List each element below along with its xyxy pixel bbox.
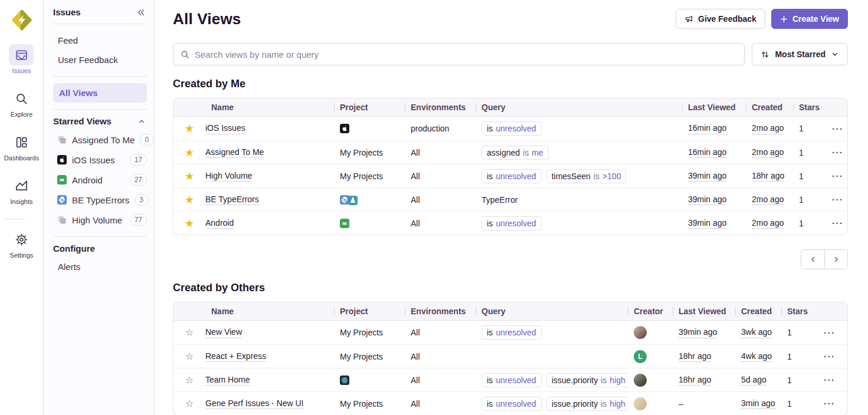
give-feedback-button[interactable]: Give Feedback xyxy=(676,9,765,29)
rail-item-explore[interactable]: Explore xyxy=(4,88,39,118)
created-value: 2mo ago xyxy=(752,147,784,158)
sort-dropdown[interactable]: Most Starred xyxy=(752,43,848,65)
view-name-link[interactable]: Android xyxy=(205,218,234,229)
row-menu-button[interactable]: ··· xyxy=(824,375,836,385)
issue-count-badge: 17 xyxy=(130,154,147,166)
star-icon[interactable]: ☆ xyxy=(185,376,194,385)
row-menu-button[interactable]: ··· xyxy=(832,171,844,181)
collapse-sidebar-icon[interactable] xyxy=(136,8,146,17)
project-name: My Projects xyxy=(340,148,383,157)
starred-view-be-typeerrors[interactable]: BE TypeErrors3 xyxy=(53,190,147,210)
view-name-link[interactable]: iOS Issues xyxy=(205,123,245,134)
stars-count: 1 xyxy=(793,124,826,133)
column-header-created: Created xyxy=(746,103,793,112)
next-page-button[interactable] xyxy=(824,250,847,269)
generic-project-icon xyxy=(57,215,67,225)
rail-item-dashboards[interactable]: Dashboards xyxy=(4,131,39,162)
search-input[interactable] xyxy=(195,50,737,60)
sentry-logo[interactable] xyxy=(9,8,34,32)
starred-view-ios-issues[interactable]: iOS Issues17 xyxy=(53,150,147,170)
sidebar-item-user-feedback[interactable]: User Feedback xyxy=(53,50,147,70)
android-project-icon xyxy=(340,219,349,228)
plus-icon xyxy=(780,15,788,23)
view-name-link[interactable]: Assigned To Me xyxy=(205,147,264,158)
view-name-link[interactable]: BE TypeErrors xyxy=(205,194,259,205)
last-viewed-value: 39min ago xyxy=(688,170,726,182)
table-body: ☆New ViewMy ProjectsAllisunresolved39min… xyxy=(173,321,847,415)
sidebar: Issues FeedUser Feedback All Views Starr… xyxy=(44,0,155,415)
create-view-button[interactable]: Create View xyxy=(771,9,848,29)
icon-rail: IssuesExploreDashboardsInsightsSettings xyxy=(0,0,44,415)
section-title-created-by-me: Created by Me xyxy=(173,78,848,90)
table-row: ☆New ViewMy ProjectsAllisunresolved39min… xyxy=(173,321,847,344)
generic-project-icon xyxy=(57,135,67,144)
row-menu-button[interactable]: ··· xyxy=(832,147,844,157)
created-value: 18hr ago xyxy=(752,170,784,182)
sidebar-item-all-views[interactable]: All Views xyxy=(53,83,147,103)
starred-view-android[interactable]: Android27 xyxy=(53,170,147,190)
rail-item-settings[interactable]: Settings xyxy=(4,229,39,259)
apple-project-icon xyxy=(57,155,67,164)
query-pill: timesSeenis>100 xyxy=(546,169,627,183)
flask-project-icon xyxy=(348,196,358,205)
table-row: ★Assigned To MeMy ProjectsAllassignedism… xyxy=(173,140,847,164)
section-title-created-by-others: Created by Others xyxy=(173,282,848,294)
view-name-link[interactable]: High Volume xyxy=(205,170,252,182)
row-menu-button[interactable]: ··· xyxy=(832,124,844,134)
created-by-others-table: NameProjectEnvironmentsQueryCreatorLast … xyxy=(173,302,848,415)
rail-item-issues[interactable]: Issues xyxy=(4,44,39,74)
star-icon[interactable]: ☆ xyxy=(185,399,194,409)
row-menu-button[interactable]: ··· xyxy=(824,328,836,338)
starred-view-label: Assigned To Me xyxy=(72,135,135,145)
sidebar-item-alerts[interactable]: Alerts xyxy=(53,257,147,276)
previous-page-button[interactable] xyxy=(801,250,824,269)
environments-value: All xyxy=(405,399,476,409)
row-menu-button[interactable]: ··· xyxy=(824,398,836,409)
environments-value: production xyxy=(405,124,476,133)
star-icon[interactable]: ★ xyxy=(185,218,194,229)
row-menu-button[interactable]: ··· xyxy=(832,218,844,228)
starred-views-header[interactable]: Starred Views xyxy=(53,116,146,126)
column-header-project: Project xyxy=(334,103,405,112)
environments-value: All xyxy=(405,376,476,385)
starred-view-assigned-to-me[interactable]: Assigned To Me0 xyxy=(53,130,147,150)
sidebar-item-feed[interactable]: Feed xyxy=(53,31,147,50)
row-menu-button[interactable]: ··· xyxy=(824,351,836,361)
query-pill: issue.priorityishigh xyxy=(546,397,628,411)
creator-avatar xyxy=(634,397,647,410)
starred-view-label: BE TypeErrors xyxy=(72,195,129,205)
rail-item-insights[interactable]: Insights xyxy=(4,175,39,205)
rail-item-label: Explore xyxy=(11,111,32,118)
star-icon[interactable]: ★ xyxy=(185,123,194,134)
dashboards-icon xyxy=(9,131,34,153)
star-icon[interactable]: ☆ xyxy=(185,352,194,361)
issue-count-badge: 3 xyxy=(135,194,148,206)
star-icon[interactable]: ★ xyxy=(185,171,194,182)
environments-value: All xyxy=(405,352,476,361)
environments-value: All xyxy=(405,172,476,181)
star-icon[interactable]: ☆ xyxy=(185,328,194,337)
view-name-link[interactable]: Gene Perf Issues - New UI xyxy=(205,398,304,409)
star-icon[interactable]: ★ xyxy=(185,147,194,158)
view-name-link[interactable]: React + Express xyxy=(205,351,266,362)
star-icon[interactable]: ★ xyxy=(185,195,194,205)
query-pill: isunresolved xyxy=(482,121,542,136)
column-header-creator: Creator xyxy=(628,307,673,316)
starred-view-high-volume[interactable]: High Volume77 xyxy=(53,210,147,230)
column-header-created: Created xyxy=(735,307,781,316)
query-cell: assignedisme xyxy=(476,146,682,160)
table-row: ☆Gene Perf Issues - New UIMy ProjectsAll… xyxy=(173,391,847,415)
divider xyxy=(53,236,147,237)
column-header-query: Query xyxy=(476,307,628,316)
android-project-icon xyxy=(57,175,67,185)
sort-icon xyxy=(761,50,769,59)
react-project-icon xyxy=(340,376,349,385)
view-name-link[interactable]: Team Home xyxy=(205,374,250,386)
row-menu-button[interactable]: ··· xyxy=(832,195,844,205)
view-name-link[interactable]: New View xyxy=(205,327,242,338)
last-viewed-value: 18hr ago xyxy=(679,351,711,362)
rail-item-label: Issues xyxy=(12,67,31,74)
python-project-icon xyxy=(57,195,67,205)
environments-value: All xyxy=(405,219,476,228)
stars-count: 1 xyxy=(781,352,818,361)
